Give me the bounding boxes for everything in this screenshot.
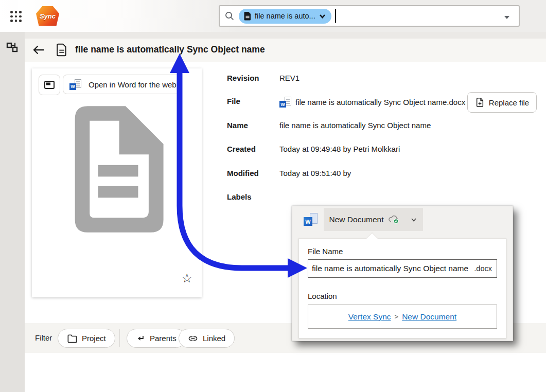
search-chip-label: file name is auto... [255, 12, 315, 20]
apps-grid-icon[interactable] [9, 10, 23, 23]
search-filter-chip[interactable]: file name is auto... [239, 9, 331, 24]
filter-chip-linked[interactable]: Linked [179, 329, 235, 348]
filter-divider [119, 329, 120, 347]
chevron-down-icon[interactable] [319, 12, 326, 20]
search-dropdown-caret[interactable] [504, 16, 509, 19]
document-thumbnail-icon [64, 102, 170, 237]
breadcrumb-link-new-document[interactable]: New Document [402, 312, 456, 322]
breadcrumb-link-vertex-sync[interactable]: Vertex Sync [348, 312, 391, 322]
detail-label: File [227, 97, 279, 108]
app-window: Sync file name is auto... [0, 0, 546, 392]
detail-row-created: Created Today at 09:49:48 by Petri Molkk… [227, 145, 400, 153]
callout-notch [366, 233, 378, 244]
detail-label: Revision [227, 74, 279, 82]
filter-label: Filter [35, 333, 52, 342]
document-icon [56, 43, 68, 57]
panel-layout-icon [44, 80, 55, 90]
link-icon [188, 333, 198, 344]
file-extension: .docx [474, 264, 492, 273]
location-breadcrumb: Vertex Sync > New Document [308, 305, 497, 329]
folder-icon [67, 334, 77, 343]
document-title-tab[interactable]: New Document [324, 208, 423, 231]
save-panel: File Name file name is automatically Syn… [298, 238, 506, 338]
preview-panel-button[interactable] [39, 75, 60, 95]
add-file-icon [475, 97, 485, 108]
location-label: Location [308, 292, 337, 300]
document-preview-card: W Open in Word for the web ☆ [32, 68, 202, 297]
file-name-input-value: file name is automatically Sync Object n… [312, 264, 474, 273]
document-title: New Document [329, 215, 384, 224]
document-icon [243, 11, 252, 21]
detail-value: Today at 09:51:40 by [279, 169, 351, 177]
file-name-label: File Name [308, 247, 343, 256]
detail-label: Created [227, 145, 279, 153]
parent-arrow-icon [136, 334, 145, 343]
sync-logo[interactable]: Sync [36, 6, 59, 26]
replace-file-label: Replace file [489, 98, 529, 107]
filter-chip-label: Project [82, 334, 106, 343]
search-input[interactable]: file name is auto... [219, 5, 520, 27]
detail-row-revision: Revision REV1 [227, 74, 300, 82]
back-arrow-icon[interactable] [32, 43, 45, 57]
open-in-word-button[interactable]: W Open in Word for the web [63, 75, 182, 94]
detail-row-modified: Modified Today at 09:51:40 by [227, 169, 351, 177]
sync-logo-text: Sync [40, 12, 56, 20]
file-name-value: file name is automatically Sync Object n… [295, 98, 465, 106]
breadcrumb-separator: > [395, 313, 399, 320]
text-cursor [335, 9, 336, 23]
left-sidebar [0, 32, 25, 392]
detail-row-file: File W file name is automatically Sync O… [227, 97, 465, 108]
word-file-icon: W [279, 97, 291, 108]
word-file-icon: W [69, 79, 81, 90]
divider-band [0, 32, 546, 39]
detail-label: Name [227, 121, 279, 130]
file-name-input[interactable]: file name is automatically Sync Object n… [308, 259, 497, 278]
favorite-star-icon[interactable]: ☆ [181, 272, 192, 284]
detail-label: Modified [227, 169, 279, 177]
chevron-down-icon[interactable] [410, 216, 417, 223]
cloud-saved-icon [388, 215, 400, 224]
search-icon [224, 11, 235, 21]
filter-chip-label: Linked [203, 334, 225, 343]
detail-value: Today at 09:49:48 by Petri Molkkari [279, 145, 400, 153]
detail-value: REV1 [279, 74, 300, 82]
word-save-popup: W New Document File Name file name is au… [292, 206, 513, 341]
open-in-word-label: Open in Word for the web [89, 80, 177, 89]
hierarchy-tree-icon[interactable] [6, 41, 19, 54]
page-title: file name is automatically Sync Object n… [75, 44, 265, 55]
filter-chip-label: Parents [150, 334, 177, 343]
top-bar: Sync file name is auto... [0, 0, 546, 32]
detail-value: file name is automatically Sync Object n… [279, 121, 431, 130]
filter-chip-parents[interactable]: Parents [127, 329, 186, 348]
detail-row-name: Name file name is automatically Sync Obj… [227, 121, 431, 130]
detail-row-labels: Labels [227, 192, 279, 201]
word-app-icon: W [304, 213, 318, 226]
filter-chip-project[interactable]: Project [58, 329, 115, 348]
replace-file-button[interactable]: Replace file [467, 92, 537, 113]
detail-label: Labels [227, 192, 279, 201]
